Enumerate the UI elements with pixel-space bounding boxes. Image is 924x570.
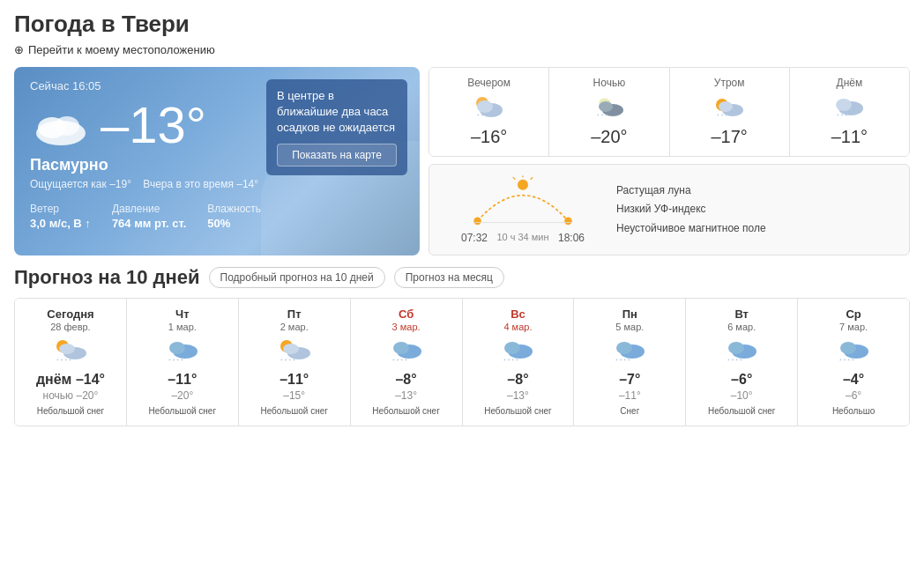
day-description: Небольшо <box>803 405 904 417</box>
day-temp-day: –8° <box>356 372 457 388</box>
forecast-section: Прогноз на 10 дней Подробный прогноз на … <box>14 266 910 426</box>
day-description: Снег <box>579 405 680 417</box>
svg-point-5 <box>477 100 493 113</box>
forecast-day-0[interactable]: Сегодня 28 февр. * * * * днём –14° ночью… <box>15 299 127 426</box>
svg-line-19 <box>531 177 533 180</box>
day-icon: * * * * <box>278 337 311 364</box>
svg-point-36 <box>393 342 409 354</box>
day-icon: * * * * <box>613 337 646 364</box>
day-temp-day: –4° <box>803 372 904 388</box>
day-description: Небольшой снег <box>20 405 121 417</box>
daylight-times: 07:32 10 ч 34 мин 18:06 <box>461 232 585 244</box>
day-temp-night: –11° <box>579 389 680 402</box>
forecast-day-5[interactable]: Пн 5 мар. * * * * –7° –11° Снег <box>574 299 686 426</box>
current-feels: Ощущается как –19° Вчера в это время –14… <box>30 178 404 190</box>
svg-text:* * * *: * * * * <box>168 358 183 364</box>
humidity-detail: Влажность 50% <box>207 203 261 230</box>
forecast-header: Прогноз на 10 дней Подробный прогноз на … <box>14 266 910 289</box>
daylight-info: Растущая луна Низкий УФ-индекс Неустойчи… <box>616 181 766 239</box>
period-afternoon: Днём * * * –11° <box>790 68 909 156</box>
morning-icon: * * * <box>713 94 745 119</box>
day-icon: * * * * <box>390 337 423 364</box>
day-name: Чт <box>132 307 233 321</box>
location-icon: ⊕ <box>14 43 24 56</box>
page-title: Погода в Твери <box>14 11 910 38</box>
day-temp-night: ночью –20° <box>20 389 121 402</box>
svg-line-20 <box>513 177 516 180</box>
forecast-title: Прогноз на 10 дней <box>14 266 200 289</box>
day-temp-day: –11° <box>244 372 345 388</box>
svg-point-2 <box>55 116 79 136</box>
location-link[interactable]: ⊕ Перейти к моему местоположению <box>14 43 910 56</box>
day-icon: * * * * <box>54 337 87 364</box>
svg-point-26 <box>59 344 75 354</box>
pressure-detail: Давление 764 мм рт. ст. <box>112 203 186 230</box>
forecast-day-4[interactable]: Вс 4 мар. * * * * –8° –13° Небольшой сне… <box>463 299 575 426</box>
precip-notice: В центре в ближайшие два часа осадков не… <box>266 79 407 175</box>
evening-icon: * * * <box>473 94 505 119</box>
day-icon: * * * * <box>166 337 199 364</box>
day-description: Небольшой снег <box>132 405 233 417</box>
svg-point-29 <box>169 342 185 354</box>
period-night: Ночью * * * –20° <box>549 68 669 156</box>
svg-text:* * * *: * * * * <box>615 358 630 364</box>
forecast-day-3[interactable]: Сб 3 мар. * * * * –8° –13° Небольшой сне… <box>351 299 463 426</box>
forecast-day-1[interactable]: Чт 1 мар. * * * * –11° –20° Небольшой сн… <box>127 299 239 426</box>
day-description: Небольшой снег <box>356 405 457 417</box>
svg-point-22 <box>564 218 572 226</box>
current-temp: –13° <box>101 100 206 151</box>
daylight-visual: 07:32 10 ч 34 мин 18:06 <box>443 175 602 244</box>
day-icon: * * * * <box>501 337 534 364</box>
day-date: 7 мар. <box>803 322 904 332</box>
day-date: 5 мар. <box>579 322 680 332</box>
day-date: 6 мар. <box>691 322 792 332</box>
svg-text:* * *: * * * <box>837 113 847 119</box>
show-map-button[interactable]: Показать на карте <box>277 144 397 167</box>
day-temp-day: –8° <box>468 372 569 388</box>
svg-point-8 <box>599 101 613 112</box>
svg-text:* * * *: * * * * <box>392 358 407 364</box>
day-temp-night: –13° <box>468 389 569 402</box>
day-date: 4 мар. <box>468 322 569 332</box>
day-name: Сегодня <box>20 307 121 321</box>
monthly-forecast-button[interactable]: Прогноз на месяц <box>394 267 504 288</box>
day-description: Небольшой снег <box>244 405 345 417</box>
svg-point-12 <box>719 101 733 112</box>
svg-text:* * * *: * * * * <box>503 358 518 364</box>
day-temp-day: –7° <box>579 372 680 388</box>
day-temp-night: –20° <box>132 389 233 402</box>
day-name: Пт <box>244 307 345 321</box>
day-name: Ср <box>803 307 904 321</box>
forecast-day-6[interactable]: Вт 6 мар. * * * * –6° –10° Небольшой сне… <box>686 299 798 426</box>
svg-point-33 <box>283 344 299 354</box>
forecast-day-2[interactable]: Пт 2 мар. * * * * –11° –15° Небольшой сн… <box>239 299 351 426</box>
day-date: 28 февр. <box>20 322 121 332</box>
svg-text:* * * *: * * * * <box>727 358 742 364</box>
svg-point-48 <box>840 342 856 354</box>
sun-arc-svg <box>470 175 576 228</box>
day-temp-night: –10° <box>691 389 792 402</box>
forecast-day-7[interactable]: Ср 7 мар. * * * * –4° –6° Небольшо <box>798 299 909 426</box>
day-icon: * * * * <box>725 337 758 364</box>
period-forecasts: Вечером * * * –16° Ночью <box>428 67 910 157</box>
svg-text:* * *: * * * <box>717 113 727 119</box>
day-name: Пн <box>579 307 680 321</box>
day-name: Вт <box>691 307 792 321</box>
period-evening: Вечером * * * –16° <box>429 68 549 156</box>
main-page: Погода в Твери ⊕ Перейти к моему местопо… <box>0 0 924 437</box>
svg-text:* * *: * * * <box>477 113 488 119</box>
current-weather-icon <box>30 103 92 147</box>
svg-text:* * * *: * * * * <box>280 358 295 364</box>
current-section: Сейчас 16:05 –13° Пасмурно Ощущается как… <box>14 67 910 255</box>
wind-detail: Ветер 3,0 м/с, В ↑ <box>30 203 91 230</box>
day-temp-night: –13° <box>356 389 457 402</box>
right-section: Вечером * * * –16° Ночью <box>428 67 910 255</box>
detailed-forecast-button[interactable]: Подробный прогноз на 10 дней <box>209 267 385 288</box>
svg-point-21 <box>473 218 481 226</box>
day-description: Небольшой снег <box>468 405 569 417</box>
forecast-days: Сегодня 28 февр. * * * * днём –14° ночью… <box>14 298 910 426</box>
svg-text:* * * *: * * * * <box>56 358 71 364</box>
daylight-card: 07:32 10 ч 34 мин 18:06 Растущая луна Ни… <box>428 164 910 255</box>
day-name: Сб <box>356 307 457 321</box>
day-temp-night: –6° <box>803 389 904 402</box>
